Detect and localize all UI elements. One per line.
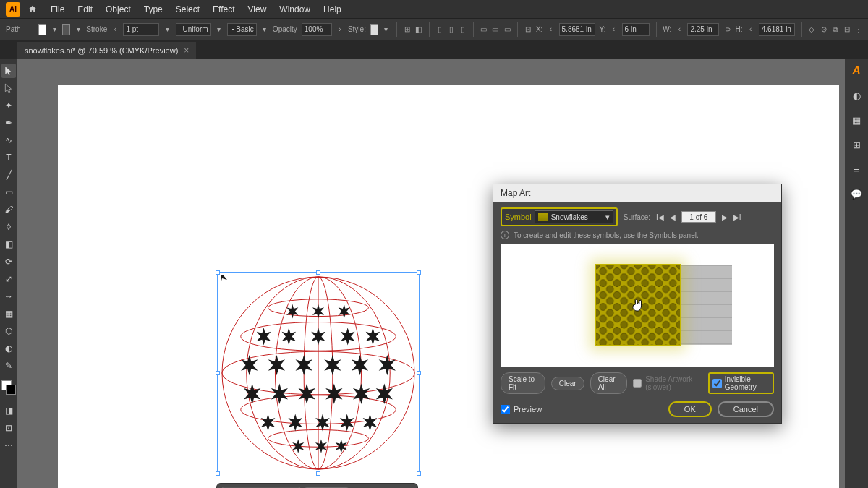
libraries-panel-icon[interactable]: ⊞ <box>849 137 864 152</box>
width-profile-select[interactable]: Uniform <box>176 23 211 36</box>
menu-effect[interactable]: Effect <box>207 1 240 17</box>
document-tab[interactable]: snowflakes.ai* @ 70.59 % (CMYK/Preview) … <box>17 42 196 59</box>
pen-tool[interactable]: ✒ <box>1 116 16 130</box>
resize-handle[interactable] <box>417 371 421 375</box>
y-input[interactable] <box>622 23 650 36</box>
menu-edit[interactable]: Edit <box>72 1 98 17</box>
chevron-down-icon[interactable]: ▾ <box>75 24 82 35</box>
selection-tool[interactable] <box>1 64 16 78</box>
increment-icon[interactable]: › <box>336 24 344 35</box>
edit-toolbar-icon[interactable]: ⋯ <box>1 438 16 453</box>
decrement-icon[interactable]: ‹ <box>111 24 119 35</box>
first-surface-icon[interactable]: I◀ <box>656 213 664 221</box>
brush-select[interactable]: Basic <box>227 23 257 36</box>
cancel-button[interactable]: Cancel <box>718 401 774 417</box>
menu-window[interactable]: Window <box>273 1 316 17</box>
decrement-icon[interactable]: ‹ <box>547 24 554 35</box>
misc-icon[interactable]: ⊟ <box>843 24 851 35</box>
map-preview[interactable] <box>501 244 774 367</box>
resize-handle[interactable] <box>216 471 220 476</box>
stroke-weight-input[interactable] <box>123 23 159 36</box>
layers-panel-icon[interactable]: ≡ <box>849 162 864 176</box>
screen-mode-icon[interactable]: ⊡ <box>1 421 16 435</box>
height-input[interactable] <box>759 23 795 36</box>
decrement-icon[interactable]: ‹ <box>676 24 683 35</box>
menu-view[interactable]: View <box>242 1 273 17</box>
decrement-icon[interactable]: ‹ <box>610 24 617 35</box>
align-top-icon[interactable]: ▭ <box>480 24 488 35</box>
color-mode-icon[interactable]: ◨ <box>1 403 16 418</box>
resize-handle[interactable] <box>316 270 320 275</box>
close-icon[interactable]: × <box>184 46 189 56</box>
rectangle-tool[interactable]: ▭ <box>1 185 16 200</box>
x-input[interactable] <box>559 23 595 36</box>
comments-panel-icon[interactable]: 💬 <box>849 187 864 201</box>
menu-select[interactable]: Select <box>170 1 205 17</box>
shaper-tool[interactable]: ◊ <box>1 220 16 234</box>
align-icon[interactable]: ⊞ <box>404 24 411 35</box>
resize-handle[interactable] <box>316 471 320 476</box>
scale-tool[interactable]: ⤢ <box>1 272 16 286</box>
decrement-icon[interactable]: ‹ <box>747 24 754 35</box>
swatches-panel-icon[interactable]: ▦ <box>849 113 864 127</box>
stroke-swatch[interactable] <box>62 24 70 35</box>
resize-handle[interactable] <box>417 471 421 476</box>
clear-all-button[interactable]: Clear All <box>590 372 628 394</box>
color-panel-icon[interactable]: ◐ <box>849 88 864 103</box>
align-left-icon[interactable]: ▯ <box>436 24 443 35</box>
free-transform-tool[interactable]: ▦ <box>1 307 16 321</box>
resize-handle[interactable] <box>417 270 421 275</box>
ok-button[interactable]: OK <box>668 401 712 417</box>
fill-stroke-control[interactable] <box>1 380 16 395</box>
misc-icon[interactable]: ⧉ <box>832 24 839 35</box>
canvas[interactable]: ✦ Generate (Beta) Edit Path ◑ ⧉ 🔒 ⋯ Prev… <box>17 59 845 488</box>
misc-icon[interactable]: ⋮ <box>855 24 862 35</box>
align-right-icon[interactable]: ▯ <box>459 24 467 35</box>
align-icon[interactable]: ◧ <box>415 24 422 35</box>
type-tool[interactable]: T <box>1 150 16 165</box>
menu-object[interactable]: Object <box>100 1 137 17</box>
width-tool[interactable]: ↔ <box>1 289 16 304</box>
line-tool[interactable]: ╱ <box>1 168 16 182</box>
curvature-tool[interactable]: ∿ <box>1 133 16 147</box>
eraser-tool[interactable]: ◧ <box>1 237 16 252</box>
misc-icon[interactable]: ⊙ <box>820 24 827 35</box>
menu-help[interactable]: Help <box>318 1 347 17</box>
prev-surface-icon[interactable]: ◀ <box>670 213 676 221</box>
chevron-down-icon[interactable]: ▾ <box>216 24 223 35</box>
chevron-down-icon[interactable]: ▾ <box>383 24 390 35</box>
link-icon[interactable]: ⊃ <box>723 24 731 35</box>
invisible-geometry-checkbox[interactable]: Invisible Geometry <box>708 372 774 394</box>
symbol-tile[interactable] <box>595 264 681 346</box>
transform-icon[interactable]: ⊡ <box>524 24 532 35</box>
width-input[interactable] <box>687 23 719 36</box>
direct-selection-tool[interactable] <box>1 81 16 95</box>
align-center-icon[interactable]: ▯ <box>448 24 455 35</box>
gradient-tool[interactable]: ◐ <box>1 341 16 356</box>
opacity-input[interactable] <box>302 23 332 36</box>
symbol-selector[interactable]: Symbol Snowflakes ▾ <box>501 207 618 226</box>
resize-handle[interactable] <box>216 371 220 375</box>
graphic-style-swatch[interactable] <box>370 24 378 35</box>
paintbrush-tool[interactable]: 🖌 <box>1 202 16 217</box>
next-surface-icon[interactable]: ▶ <box>722 213 728 221</box>
shape-builder-tool[interactable]: ⬡ <box>1 324 16 338</box>
last-surface-icon[interactable]: ▶I <box>733 213 741 221</box>
chevron-down-icon[interactable]: ▾ <box>261 24 268 35</box>
resize-handle[interactable] <box>216 270 220 275</box>
selection-bounding-box[interactable] <box>217 272 420 474</box>
magic-wand-tool[interactable]: ✦ <box>1 98 16 113</box>
preview-checkbox[interactable]: Preview <box>501 405 542 414</box>
shade-artwork-checkbox[interactable]: Shade Artwork (slower) <box>633 375 702 391</box>
fill-swatch[interactable] <box>38 24 46 35</box>
eyedropper-tool[interactable]: ✎ <box>1 359 16 373</box>
scale-to-fit-button[interactable]: Scale to Fit <box>501 372 545 394</box>
menu-type[interactable]: Type <box>138 1 169 17</box>
home-icon[interactable] <box>26 4 39 14</box>
invisible-geometry-input[interactable] <box>712 379 722 388</box>
menu-file[interactable]: File <box>45 1 70 17</box>
align-middle-icon[interactable]: ▭ <box>492 24 499 35</box>
properties-panel-icon[interactable]: A <box>849 64 864 78</box>
rotate-tool[interactable]: ⟳ <box>1 254 16 269</box>
align-bottom-icon[interactable]: ▭ <box>503 24 511 35</box>
